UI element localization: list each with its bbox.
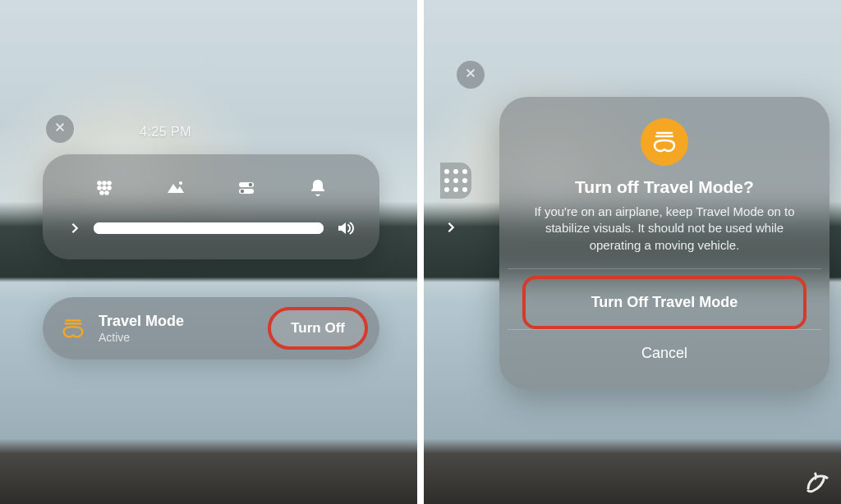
turn-off-travel-mode-button[interactable]: Turn Off Travel Mode: [526, 279, 803, 326]
travel-mode-status: Active: [99, 331, 256, 344]
watermark-icon: [800, 465, 834, 499]
apps-icon[interactable]: [92, 176, 117, 200]
apps-peek-icon[interactable]: [440, 163, 471, 199]
svg-point-5: [107, 186, 112, 190]
turn-off-button[interactable]: Turn Off: [268, 307, 368, 350]
svg-point-6: [99, 190, 104, 195]
close-button[interactable]: [457, 61, 485, 89]
volume-icon: [335, 218, 355, 238]
controls-icon[interactable]: [234, 176, 259, 200]
svg-point-12: [241, 190, 244, 193]
travel-mode-title: Travel Mode: [99, 313, 256, 330]
close-icon: [465, 67, 476, 82]
svg-point-7: [104, 190, 109, 195]
volume-row: [64, 215, 358, 240]
confirm-dialog: Turn off Travel Mode? If you're on an ai…: [499, 97, 830, 390]
svg-point-8: [179, 181, 182, 185]
travel-mode-text: Travel Mode Active: [99, 313, 256, 344]
environment-icon[interactable]: [163, 176, 188, 200]
close-icon: [54, 121, 66, 136]
control-center: [43, 154, 379, 259]
svg-point-4: [102, 186, 107, 190]
cancel-button[interactable]: Cancel: [508, 330, 821, 377]
volume-fill: [94, 222, 324, 234]
clock-time: 4:25 PM: [140, 125, 191, 140]
screenshot-right: Turn off Travel Mode? If you're on an ai…: [424, 0, 841, 504]
control-center-row: [64, 172, 358, 215]
svg-point-2: [107, 181, 112, 186]
divider: [508, 268, 821, 269]
notifications-icon[interactable]: [306, 176, 330, 200]
svg-point-1: [102, 181, 107, 186]
travel-mode-icon: [641, 118, 688, 166]
travel-mode-icon: [59, 314, 87, 342]
svg-point-0: [97, 181, 102, 186]
close-button[interactable]: [46, 115, 74, 143]
dialog-body: If you're on an airplane, keep Travel Mo…: [508, 204, 821, 268]
travel-mode-card: Travel Mode Active Turn Off: [43, 297, 379, 360]
svg-point-3: [97, 186, 102, 190]
volume-slider[interactable]: [94, 222, 324, 234]
screenshot-left: 4:25 PM: [0, 0, 417, 504]
chevron-right-icon[interactable]: [67, 221, 82, 236]
highlight-box: Turn Off Travel Mode: [522, 276, 807, 329]
svg-point-11: [249, 183, 252, 186]
chevron-right-icon[interactable]: [443, 220, 458, 235]
dialog-title: Turn off Travel Mode?: [508, 177, 821, 197]
